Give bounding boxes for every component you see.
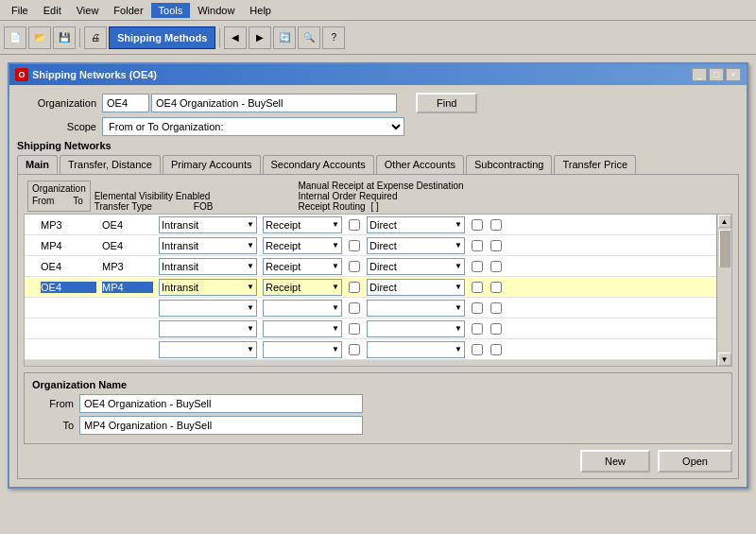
menu-help[interactable]: Help	[242, 3, 279, 18]
toolbar-save-btn[interactable]: 💾	[53, 26, 76, 49]
tab-transfer-distance[interactable]: Transfer, Distance	[60, 155, 161, 174]
manual-checkbox[interactable]	[349, 282, 360, 293]
cell-fob[interactable]: ▼	[260, 299, 345, 318]
table-row[interactable]: Intransit▼ Receipt▼ Direct▼	[25, 256, 716, 277]
toolbar-print-btn[interactable]: 🖨	[84, 26, 107, 49]
cell-cb2[interactable]	[487, 260, 506, 273]
cell-cb2[interactable]	[487, 301, 506, 315]
cell-cb2[interactable]	[487, 218, 506, 232]
cell-transfer[interactable]: ▼	[156, 299, 260, 318]
cell-fob[interactable]: Receipt▼	[260, 257, 345, 276]
to-input[interactable]	[102, 302, 153, 314]
open-button[interactable]: Open	[658, 450, 732, 473]
toolbar-back-btn[interactable]: ◀	[224, 26, 247, 49]
table-row[interactable]: ▼ ▼ ▼	[25, 298, 716, 319]
org-name-input[interactable]	[151, 94, 397, 112]
menu-folder[interactable]: Folder	[106, 3, 150, 18]
cell-fob[interactable]: ▼	[260, 340, 345, 359]
toolbar-forward-btn[interactable]: ▶	[249, 26, 271, 49]
cell-fob[interactable]: Receipt▼	[260, 215, 345, 234]
cell-cb1[interactable]	[468, 218, 487, 232]
manual-checkbox[interactable]	[349, 344, 360, 355]
cell-cb1[interactable]	[468, 281, 487, 294]
table-row[interactable]: ▼ ▼ ▼	[25, 339, 716, 360]
cb2-checkbox[interactable]	[490, 282, 502, 293]
tab-primary-accounts[interactable]: Primary Accounts	[163, 155, 261, 174]
cell-transfer[interactable]: Intransit▼	[156, 278, 260, 297]
cell-transfer[interactable]: ▼	[156, 340, 260, 359]
cell-cb1[interactable]	[468, 322, 487, 336]
from-input[interactable]	[41, 219, 96, 231]
scrollbar-up-btn[interactable]: ▲	[718, 215, 731, 228]
table-row[interactable]: Intransit▼ Receipt▼ Direct▼	[25, 235, 716, 256]
cell-cb2[interactable]	[487, 343, 506, 356]
from-input[interactable]	[41, 302, 96, 314]
cell-manual-cb[interactable]	[345, 322, 364, 336]
scope-select[interactable]: From or To Organization:	[102, 117, 404, 136]
to-input[interactable]	[102, 261, 153, 272]
scrollbar-down-btn[interactable]: ▼	[718, 353, 731, 366]
cell-cb1[interactable]	[468, 239, 487, 252]
new-button[interactable]: New	[580, 450, 650, 473]
tab-secondary-accounts[interactable]: Secondary Accounts	[263, 155, 374, 174]
menu-file[interactable]: File	[4, 3, 36, 18]
org-to-input[interactable]	[79, 416, 363, 435]
dialog-close-btn[interactable]: ×	[726, 68, 741, 81]
cb2-checkbox[interactable]	[490, 344, 502, 355]
cell-cb1[interactable]	[468, 260, 487, 273]
cell-manual-cb[interactable]	[345, 343, 364, 356]
to-input[interactable]	[102, 240, 153, 251]
cb1-checkbox[interactable]	[472, 323, 483, 335]
cell-routing[interactable]: Direct▼	[364, 215, 468, 234]
toolbar-help-btn[interactable]: ?	[322, 26, 345, 49]
cell-transfer[interactable]: ▼	[156, 319, 260, 338]
cell-transfer[interactable]: Intransit▼	[156, 236, 260, 255]
grid-scrollbar[interactable]: ▲ ▼	[716, 215, 731, 366]
cell-fob[interactable]: ▼	[260, 319, 345, 338]
manual-checkbox[interactable]	[349, 323, 360, 335]
cell-routing[interactable]: Direct▼	[364, 236, 468, 255]
cb2-checkbox[interactable]	[490, 302, 502, 314]
manual-checkbox[interactable]	[349, 302, 360, 314]
cb2-checkbox[interactable]	[490, 323, 502, 335]
to-input[interactable]	[102, 219, 153, 231]
dialog-minimize-btn[interactable]: _	[692, 68, 707, 81]
scrollbar-thumb[interactable]	[719, 230, 730, 267]
table-row[interactable]: Intransit▼ Receipt▼ Direct▼	[25, 277, 716, 298]
table-row[interactable]: ▼ ▼ ▼	[25, 319, 716, 339]
cell-cb1[interactable]	[468, 343, 487, 356]
cell-routing[interactable]: ▼	[364, 340, 468, 359]
cell-manual-cb[interactable]	[345, 218, 364, 232]
menu-tools[interactable]: Tools	[151, 3, 191, 18]
to-input[interactable]	[102, 282, 153, 293]
cb1-checkbox[interactable]	[472, 282, 483, 293]
cell-manual-cb[interactable]	[345, 281, 364, 294]
manual-checkbox[interactable]	[349, 240, 360, 251]
tab-subcontracting[interactable]: Subcontracting	[466, 155, 552, 174]
menu-edit[interactable]: Edit	[36, 3, 69, 18]
cell-fob[interactable]: Receipt▼	[260, 236, 345, 255]
cell-cb1[interactable]	[468, 301, 487, 315]
cb1-checkbox[interactable]	[472, 261, 483, 272]
tab-other-accounts[interactable]: Other Accounts	[376, 155, 464, 174]
toolbar-open-btn[interactable]: 📂	[28, 26, 51, 49]
dialog-maximize-btn[interactable]: □	[709, 68, 724, 81]
tab-transfer-price[interactable]: Transfer Price	[554, 155, 636, 174]
toolbar-new-btn[interactable]: 📄	[4, 26, 26, 49]
cb2-checkbox[interactable]	[490, 240, 502, 251]
cell-manual-cb[interactable]	[345, 239, 364, 252]
manual-checkbox[interactable]	[349, 219, 360, 231]
org-code-input[interactable]	[102, 94, 149, 112]
from-input[interactable]	[41, 240, 96, 251]
to-input[interactable]	[102, 344, 153, 355]
cell-cb2[interactable]	[487, 281, 506, 294]
cell-routing[interactable]: Direct▼	[364, 257, 468, 276]
cell-transfer[interactable]: Intransit▼	[156, 215, 260, 234]
cb2-checkbox[interactable]	[490, 261, 502, 272]
cb2-checkbox[interactable]	[490, 219, 502, 231]
cell-cb2[interactable]	[487, 239, 506, 252]
cell-transfer[interactable]: Intransit▼	[156, 257, 260, 276]
cb1-checkbox[interactable]	[472, 240, 483, 251]
cell-cb2[interactable]	[487, 322, 506, 336]
from-input[interactable]	[41, 344, 96, 355]
